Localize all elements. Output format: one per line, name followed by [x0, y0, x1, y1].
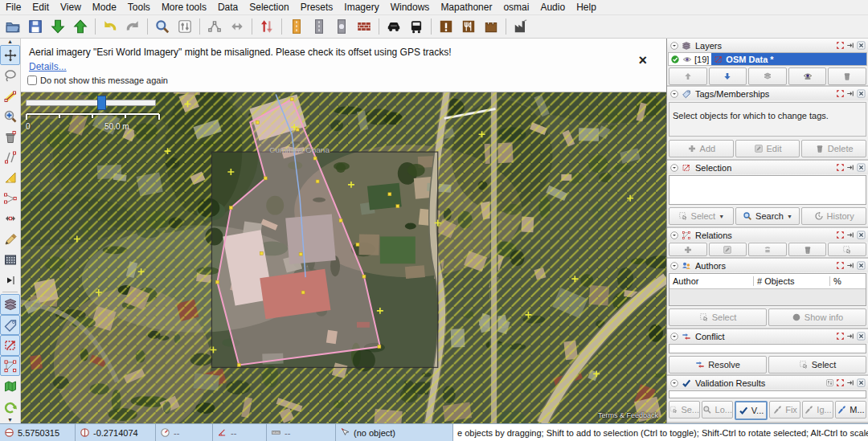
undock-icon[interactable] [836, 332, 845, 341]
menu-edit[interactable]: Edit [27, 2, 55, 13]
edit-tag-button[interactable]: Edit [735, 140, 800, 157]
collapse-icon[interactable] [669, 41, 679, 51]
save-button[interactable] [24, 16, 47, 37]
collapse-icon[interactable] [669, 231, 679, 240]
close-icon[interactable] [857, 41, 866, 50]
merge-nodes-tool[interactable] [0, 188, 20, 208]
layer-row-osm-data[interactable]: [19] OSM Data * [668, 52, 867, 66]
close-icon[interactable] [857, 163, 866, 172]
validation-list[interactable] [669, 390, 866, 398]
select-move-tool[interactable] [0, 45, 20, 65]
selection-select-button[interactable]: Select▼ [669, 207, 734, 225]
toggle-tags-dialog[interactable] [0, 315, 20, 335]
zoom-slider[interactable] [26, 100, 156, 106]
close-icon[interactable] [857, 378, 866, 387]
menu-imagery[interactable]: Imagery [338, 2, 384, 13]
selection-history-button[interactable]: History [801, 207, 866, 225]
toggle-map-style[interactable] [0, 376, 20, 396]
validation-manage-button[interactable]: M... [835, 401, 866, 419]
selection-list[interactable] [669, 175, 866, 205]
validation-validate-button[interactable]: V... [735, 401, 768, 420]
lasso-select-tool[interactable] [0, 65, 20, 85]
map-canvas[interactable]: Cummins Ghana [21, 39, 666, 423]
validation-fix-button[interactable]: Fix [769, 401, 800, 419]
validation-ignore-button[interactable]: Ig... [802, 401, 833, 419]
conflict-list[interactable] [669, 344, 866, 353]
delete-tag-button[interactable]: Delete [801, 140, 866, 157]
search-button[interactable] [151, 16, 174, 37]
parallel-way-tool[interactable] [0, 147, 20, 167]
undock-icon[interactable] [836, 378, 845, 387]
validation-select-button[interactable]: Se... [669, 401, 700, 419]
collapse-icon[interactable] [669, 332, 679, 341]
pin-icon[interactable] [846, 163, 855, 172]
dont-show-again[interactable]: Do not show this message again [27, 76, 168, 85]
draw-nodes-tool[interactable] [0, 86, 20, 106]
pencil-tool[interactable] [0, 229, 20, 249]
pin-icon[interactable] [846, 89, 855, 98]
preset-road-button[interactable] [308, 16, 330, 37]
pin-icon[interactable] [846, 378, 855, 387]
duplicate-relation-button[interactable] [748, 243, 787, 256]
delete-mode-tool[interactable] [0, 127, 20, 147]
upload-data-button[interactable] [69, 16, 92, 37]
layer-active-icon[interactable] [670, 55, 680, 64]
preset-hazard-button[interactable] [435, 16, 457, 37]
unglue-ways-button[interactable] [203, 16, 226, 37]
menu-selection[interactable]: Selection [244, 2, 294, 13]
extrude-tool[interactable] [0, 209, 20, 229]
improve-way-accuracy-tool[interactable] [0, 168, 20, 188]
col-objects[interactable]: # Objects [754, 276, 830, 286]
menu-file[interactable]: File [0, 2, 27, 13]
layer-visibility-button[interactable] [788, 67, 827, 85]
collapse-icon[interactable] [669, 261, 679, 271]
layer-up-button[interactable] [669, 67, 707, 85]
undock-icon[interactable] [836, 231, 845, 239]
edit-relation-button[interactable] [709, 243, 747, 256]
preset-works-button[interactable] [510, 16, 532, 37]
undock-icon[interactable] [836, 261, 845, 270]
redo-button[interactable] [121, 16, 144, 37]
reverse-way-button[interactable] [256, 16, 278, 37]
undock-icon[interactable] [836, 163, 845, 172]
col-percent[interactable]: % [830, 276, 866, 286]
toggle-relations-dialog[interactable] [0, 356, 20, 376]
menu-osmai[interactable]: osmai [497, 2, 534, 13]
toolbar-scroll-down[interactable]: ▼ [7, 417, 13, 423]
dont-show-again-checkbox[interactable] [27, 76, 37, 85]
preferences-button[interactable] [174, 16, 196, 37]
new-relation-button[interactable] [669, 243, 707, 256]
menu-help[interactable]: Help [571, 2, 602, 13]
undo-button[interactable] [99, 16, 121, 37]
menu-more-tools[interactable]: More tools [156, 2, 212, 13]
authors-select-button[interactable]: Select [669, 308, 767, 326]
toggle-command-stack[interactable] [0, 397, 20, 417]
pin-icon[interactable] [846, 231, 855, 239]
close-icon[interactable] [857, 261, 866, 270]
conflict-select-button[interactable]: Select [768, 356, 866, 374]
preset-castle-button[interactable] [480, 16, 502, 37]
layer-delete-button[interactable] [828, 67, 866, 85]
preset-motorway-button[interactable] [285, 16, 308, 37]
layer-visibility-icon[interactable] [682, 55, 692, 64]
toggle-layers-dialog[interactable] [0, 294, 20, 314]
preset-bus-button[interactable] [405, 16, 428, 37]
building-tool[interactable] [0, 250, 20, 270]
layer-down-button[interactable] [709, 67, 747, 85]
menu-view[interactable]: View [55, 2, 87, 13]
menu-mapathoner[interactable]: Mapathoner [435, 2, 497, 13]
open-file-button[interactable] [2, 16, 24, 37]
pin-icon[interactable] [846, 332, 855, 341]
menu-presets[interactable]: Presets [295, 2, 339, 13]
banner-close-icon[interactable]: × [638, 53, 647, 67]
toolbar-scroll-up[interactable]: ▲ [7, 39, 13, 45]
authors-table[interactable]: Author # Objects % [669, 273, 866, 306]
undock-icon[interactable] [836, 41, 845, 50]
download-data-button[interactable] [47, 16, 69, 37]
map-view[interactable]: Cummins Ghana Aerial imagery "Esri World… [21, 39, 666, 423]
close-icon[interactable] [857, 332, 866, 341]
menu-audio[interactable]: Audio [534, 2, 571, 13]
add-tag-button[interactable]: Add [669, 140, 734, 157]
preset-car-button[interactable] [383, 16, 405, 37]
pin-icon[interactable] [846, 261, 855, 270]
